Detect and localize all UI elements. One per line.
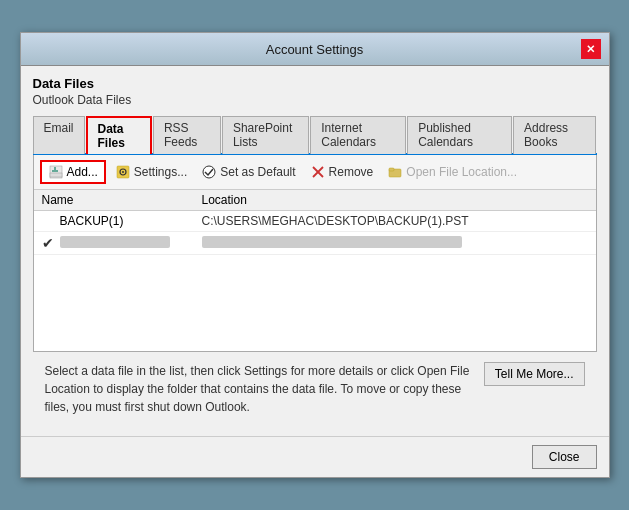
blurred-location (202, 236, 462, 248)
tab-sharepoint[interactable]: SharePoint Lists (222, 116, 309, 154)
add-icon (48, 164, 64, 180)
add-button[interactable]: Add... (40, 160, 106, 184)
dialog-body: Data Files Outlook Data Files Email Data… (21, 66, 609, 436)
section-header: Data Files (33, 76, 597, 91)
row-location: C:\USERS\MEGHAC\DESKTOP\BACKUP(1).PST (202, 214, 588, 228)
table-header: Name Location (34, 190, 596, 211)
row-name (60, 236, 202, 251)
tab-data-files[interactable]: Data Files (86, 116, 152, 154)
col-header-name: Name (42, 193, 202, 207)
tab-internet-calendars[interactable]: Internet Calendars (310, 116, 406, 154)
table-row[interactable]: ✔ (34, 232, 596, 255)
blurred-name (60, 236, 170, 248)
dialog-title: Account Settings (49, 42, 581, 57)
info-section: Select a data file in the list, then cli… (33, 352, 597, 426)
add-label: Add... (67, 165, 98, 179)
row-name: BACKUP(1) (60, 214, 202, 228)
settings-label: Settings... (134, 165, 187, 179)
tab-published-calendars[interactable]: Published Calendars (407, 116, 512, 154)
svg-point-6 (122, 171, 124, 173)
svg-rect-11 (389, 168, 394, 171)
info-text: Select a data file in the list, then cli… (45, 362, 474, 416)
svg-point-7 (203, 166, 215, 178)
open-location-label: Open File Location... (406, 165, 517, 179)
open-location-button[interactable]: Open File Location... (382, 161, 522, 183)
tab-rss-feeds[interactable]: RSS Feeds (153, 116, 221, 154)
set-default-label: Set as Default (220, 165, 295, 179)
settings-button[interactable]: Settings... (110, 161, 192, 183)
default-checkmark-icon: ✔ (42, 235, 60, 251)
dialog-footer: Close (21, 436, 609, 477)
toolbar: Add... Settings... (34, 155, 596, 190)
section-sub: Outlook Data Files (33, 93, 597, 107)
tab-content: Add... Settings... (33, 155, 597, 352)
close-dialog-button[interactable]: Close (532, 445, 597, 469)
account-settings-dialog: Account Settings ✕ Data Files Outlook Da… (20, 32, 610, 478)
set-default-button[interactable]: Set as Default (196, 161, 300, 183)
title-bar: Account Settings ✕ (21, 33, 609, 66)
svg-rect-2 (52, 170, 58, 172)
remove-button[interactable]: Remove (305, 161, 379, 183)
tab-email[interactable]: Email (33, 116, 85, 154)
col-header-location: Location (202, 193, 588, 207)
settings-icon (115, 164, 131, 180)
table-row[interactable]: BACKUP(1) C:\USERS\MEGHAC\DESKTOP\BACKUP… (34, 211, 596, 232)
tab-address-books[interactable]: Address Books (513, 116, 595, 154)
table-body: BACKUP(1) C:\USERS\MEGHAC\DESKTOP\BACKUP… (34, 211, 596, 351)
remove-label: Remove (329, 165, 374, 179)
checkmark-icon (201, 164, 217, 180)
tab-bar: Email Data Files RSS Feeds SharePoint Li… (33, 115, 597, 155)
tell-me-more-button[interactable]: Tell Me More... (484, 362, 585, 386)
title-close-button[interactable]: ✕ (581, 39, 601, 59)
remove-icon (310, 164, 326, 180)
row-location (202, 236, 588, 251)
svg-rect-3 (50, 173, 62, 177)
folder-icon (387, 164, 403, 180)
